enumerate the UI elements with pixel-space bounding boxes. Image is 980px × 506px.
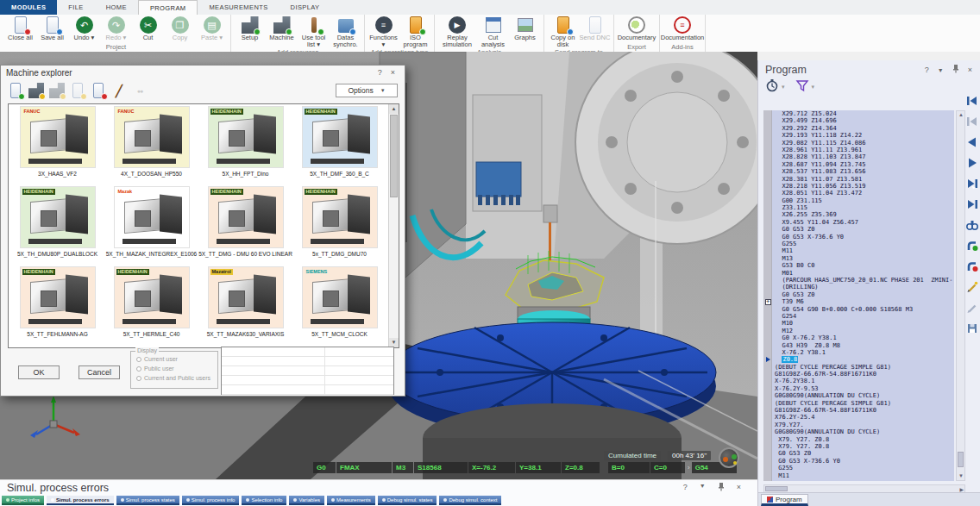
play-backward-icon[interactable]	[966, 136, 978, 148]
scroll-up-icon[interactable]: ▲	[389, 104, 399, 114]
machine-card-3x-haas-vf2[interactable]: FANUC3X_HAAS_VF2	[10, 106, 104, 186]
save-icon[interactable]	[966, 322, 978, 334]
gcode-line[interactable]: G0G80G90(ANNULATION DU CYCLE)	[763, 392, 954, 399]
machine-button[interactable]: Machine	[266, 16, 298, 48]
timer-menu-icon[interactable]: ▾	[782, 84, 785, 91]
gcode-line[interactable]: X79.Y27.	[763, 422, 954, 428]
gcode-line[interactable]: G0 G53 X-736.6 Y0	[763, 458, 954, 465]
gcode-line[interactable]: G0 G54 G90 B+0.000 C+0.000 S18568 M3	[763, 306, 954, 313]
machine-card-5x-tt-dmg-dmu70[interactable]: HEIDENHAIN5x_TT_DMG_DMU70	[292, 186, 386, 266]
machine-card-5x-tt-mazak630-variaxis[interactable]: Mazatrol5X_TT_MAZAK630_VARIAXIS	[198, 266, 292, 347]
documentation-button[interactable]: ≡Documentation	[663, 16, 702, 43]
gcode-line[interactable]: X-76.2Y38.1	[763, 378, 954, 384]
edit-auto-icon[interactable]	[966, 281, 978, 293]
bottom-tab-simul-process-info[interactable]: Simul. process info	[182, 496, 240, 505]
ribbon-tab-display[interactable]: DISPLAY	[280, 0, 331, 15]
add-breakpoint-icon[interactable]	[966, 240, 978, 252]
gcode-line[interactable]: G81G98Z-66.67R-54.88F16711K0	[763, 407, 954, 414]
radio-current-and-public-users[interactable]: Current and Public users	[136, 373, 214, 383]
datas-synchro-button[interactable]: Datas synchro.	[330, 16, 361, 48]
gcode-line[interactable]: (DRILLING)	[763, 284, 954, 290]
play-forward-icon[interactable]	[966, 157, 978, 169]
gcode-line[interactable]: X28.687 Y11.094 Z13.745	[763, 161, 954, 168]
gcode-line[interactable]: G81G98Z-66.67R-54.88F16711K0	[763, 371, 954, 378]
save-all-button[interactable]: Save all	[36, 16, 68, 43]
gcode-line[interactable]: G255	[763, 465, 954, 472]
machine-grid-scrollbar[interactable]: ▲ ▼	[388, 104, 399, 347]
close-all-button[interactable]: Close all	[4, 16, 36, 43]
gcode-line[interactable]: X29.082 Y11.115 Z14.086	[763, 140, 954, 147]
gcode-line[interactable]: G0G80G90(ANNULATION DU CYCLE)	[763, 428, 954, 435]
panel-menu-icon[interactable]: ▼	[933, 67, 948, 73]
machine-properties-table[interactable]	[221, 347, 394, 395]
bottom-tab-simul-process-states[interactable]: Simul. process states	[116, 496, 179, 505]
gcode-line[interactable]: G0 G53 X-736.6 Y0	[763, 234, 954, 241]
gcode-line[interactable]: X29.193 Y11.118 Z14.22	[763, 132, 954, 139]
gcode-line[interactable]: M12	[763, 328, 954, 334]
options-dropdown[interactable]: Options ▼	[336, 84, 398, 97]
machine-card-4x-t-doosan-hp550[interactable]: FANUC4X_T_DOOSAN_HP550	[104, 106, 198, 186]
ok-button[interactable]: OK	[18, 365, 60, 379]
gcode-line[interactable]: G254	[763, 313, 954, 320]
cut-analysis-button[interactable]: Cut analysis	[477, 16, 509, 48]
gcode-line[interactable]: X28.051 Y11.04 Z13.472	[763, 190, 954, 197]
scroll-down-icon[interactable]: ▼	[958, 472, 964, 480]
gcode-vertical-scrollbar[interactable]: ▲ ▼	[956, 110, 965, 481]
cancel-button[interactable]: Cancel	[79, 365, 120, 379]
go-next-breakpoint-icon[interactable]	[966, 178, 978, 190]
gcode-line[interactable]: G53 B0 C0	[763, 262, 954, 269]
bottom-tab-simul-process-errors[interactable]: Simul. process errors	[47, 496, 114, 505]
help-icon[interactable]: ?	[920, 66, 933, 74]
help-icon[interactable]: ?	[374, 68, 386, 77]
search-icon[interactable]	[966, 219, 978, 231]
bottom-tab-variables[interactable]: Variables	[289, 496, 324, 505]
help-icon[interactable]: ?	[679, 483, 692, 493]
jog-controller-icon[interactable]	[719, 447, 739, 468]
new-machine-doc-icon[interactable]	[8, 83, 23, 98]
timer-icon[interactable]	[765, 78, 779, 96]
close-icon[interactable]: ×	[732, 483, 745, 493]
machine-card-5x-tt-dmg-dmu-60-evo-linear[interactable]: HEIDENHAIN5X_TT_DMG - DMU 60 EVO LINEAR	[198, 186, 292, 266]
machine-card-5x-tt-hermle-c40[interactable]: HEIDENHAIN5X_TT_HERMLE_C40	[104, 266, 198, 347]
gcode-line[interactable]: Z33.115	[763, 204, 954, 211]
ribbon-tab-file[interactable]: FILE	[57, 0, 94, 15]
gcode-line[interactable]: X29.292 Z14.364	[763, 125, 954, 132]
go-first-icon[interactable]	[966, 95, 978, 107]
ribbon-tab-modules[interactable]: MODULES	[0, 0, 57, 15]
import-machine-current-icon[interactable]	[28, 83, 44, 98]
replay-simulation-button[interactable]: ▶Replay simulation	[437, 16, 477, 48]
gcode-line[interactable]: X76.2Y-25.4	[763, 414, 954, 421]
gcode-line[interactable]: (PARCOUR HAAS_UMC750_20_01.NC PHASE 201 …	[763, 277, 954, 284]
gcode-line[interactable]: X-76.2 Y38.1	[763, 349, 954, 356]
gcode-line[interactable]: X26.255 Z35.369	[763, 211, 954, 218]
filter-menu-icon[interactable]: ▾	[812, 84, 815, 91]
radio-public-user[interactable]: Public user	[136, 364, 214, 373]
gcode-line[interactable]: X28.961 Y11.11 Z13.961	[763, 147, 954, 153]
use-tool-list-button[interactable]: Use tool list ▾	[298, 16, 330, 48]
machine-card-5x-th-mazak-integrex-e1006[interactable]: Mazak5X_TH_MAZAK_INTEGREX_E1006	[104, 186, 198, 266]
expand-icon[interactable]: +	[763, 298, 772, 305]
dialog-title-bar[interactable]: Machine explorer ? ×	[1, 66, 405, 79]
gcode-line[interactable]: M11	[763, 247, 954, 254]
cut-button[interactable]: ✂Cut	[132, 16, 164, 43]
delete-doc-icon[interactable]	[91, 83, 106, 98]
copy-on-disk-button[interactable]: Copy on disk	[547, 16, 579, 48]
scroll-up-icon[interactable]: ▲	[958, 111, 964, 119]
undo-button[interactable]: ↶Undo ▾	[68, 16, 100, 43]
ribbon-tab-measurements[interactable]: MEASUREMENTS	[198, 0, 279, 15]
gcode-line[interactable]: X9.455 Y11.04 Z56.457	[763, 219, 954, 226]
bottom-tab-selection-info[interactable]: Selection info	[242, 496, 286, 505]
functions-button[interactable]: ≡Functions ▾	[368, 16, 399, 48]
gcode-line[interactable]: X79. Y27. Z0.8	[763, 436, 954, 443]
radio-current-user[interactable]: Current user	[136, 354, 214, 364]
gcode-line[interactable]: X79. Y27. Z0.8	[763, 443, 954, 450]
wizard-icon[interactable]: ╱	[111, 83, 127, 98]
gcode-line[interactable]: X28.537 Y11.083 Z13.656	[763, 168, 954, 175]
gcode-line[interactable]: + T39 M6	[763, 298, 954, 305]
gcode-line[interactable]: G255	[763, 241, 954, 247]
remove-breakpoint-icon[interactable]	[966, 260, 978, 272]
scrollbar-thumb[interactable]	[958, 452, 964, 467]
machine-card-5x-hh-fpt-dino[interactable]: HEIDENHAIN5X_HH_FPT_Dino	[198, 106, 292, 186]
iso-program-button[interactable]: ISO program	[399, 16, 431, 48]
pin-icon[interactable]	[713, 483, 729, 493]
